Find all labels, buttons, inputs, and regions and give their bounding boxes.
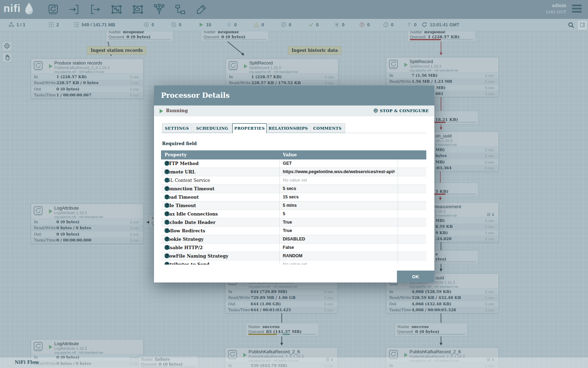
property-value[interactable]: No value set [283, 262, 307, 265]
connection-name: success [262, 324, 280, 329]
property-row[interactable]: Remote URL?https://www.pegelonline.wsv.d… [161, 168, 426, 176]
property-name: HTTP Method [164, 161, 198, 166]
help-icon[interactable]: ? [164, 237, 169, 241]
property-row[interactable]: HTTP Method?GET [161, 159, 426, 168]
operate-palette-button[interactable] [2, 53, 12, 62]
processor[interactable]: LogAttributeLogAttribute 1.16.3org.apach… [31, 204, 144, 244]
stat-window: 5 min [130, 232, 139, 237]
status-locally-modified-icon [334, 22, 340, 28]
help-icon[interactable]: ? [164, 169, 169, 174]
property-value[interactable]: https://www.pegelonline.wsv.de/webservic… [283, 169, 395, 174]
help-icon[interactable]: ? [164, 262, 169, 265]
logout-link[interactable]: LOG OUT [546, 10, 566, 14]
tab-properties[interactable]: PROPERTIES [232, 123, 267, 133]
sidebar-toggle-button[interactable] [578, 20, 587, 30]
tab-scheduling[interactable]: SCHEDULING [192, 123, 232, 133]
property-row[interactable]: Disable HTTP/2?False [161, 244, 426, 252]
property-row[interactable]: FlowFile Naming Strategy?RANDOM [161, 252, 426, 260]
property-value[interactable]: 5 mins [283, 203, 297, 208]
ok-button[interactable]: OK [397, 271, 434, 282]
tab-relationships[interactable]: RELATIONSHIPS [267, 123, 309, 133]
stat-label: Out [34, 87, 41, 91]
help-icon[interactable]: ? [164, 178, 169, 183]
tab-comments[interactable]: COMMENTS [310, 123, 345, 133]
refresh-icon[interactable] [421, 22, 427, 28]
processor[interactable]: Produce station recordsPublishKafkaRecor… [31, 59, 144, 98]
property-value[interactable]: GET [283, 161, 292, 166]
property-value[interactable]: False [283, 245, 294, 250]
property-value[interactable]: 5 secs [283, 186, 296, 191]
help-icon[interactable]: ? [164, 253, 169, 258]
help-icon[interactable]: ? [164, 203, 169, 208]
property-value[interactable]: 5 [283, 211, 285, 216]
help-icon[interactable]: ? [164, 245, 169, 250]
navigate-palette-button[interactable] [2, 41, 12, 51]
canvas-label-ingest-historic-data[interactable]: Ingest historic data [288, 46, 341, 55]
toolbar-processor-icon[interactable] [47, 4, 59, 15]
property-row[interactable]: Include Date Header?True [161, 218, 426, 227]
processor-stat-row: Out644 (1.06 GB)5 min [225, 301, 337, 307]
property-value[interactable]: 15 secs [283, 195, 299, 199]
connection-name-label: Name [248, 324, 260, 329]
property-row[interactable]: Follow Redirects?True [161, 227, 426, 235]
stat-label: Tasks/Time [389, 308, 411, 312]
connection-queued-label: Queued [248, 329, 264, 334]
processor-stat-row: Tasks/Time1 / 00:00:00.0675 min [31, 92, 143, 98]
stat-label: In [389, 289, 393, 294]
connection-queued-value: 1 (228.57 KB) [428, 34, 460, 39]
breadcrumb[interactable]: NiFi Flow [15, 360, 39, 365]
stat-label: Out [228, 302, 236, 306]
search-icon[interactable] [568, 22, 574, 30]
stat-value: 8.59 KB [435, 224, 453, 229]
processor-bundle: fi-standard-nar [435, 143, 457, 146]
property-value[interactable]: True [283, 228, 292, 233]
stat-label: Tasks/Time [228, 308, 250, 312]
toolbar-remote-process-group-icon[interactable] [132, 4, 144, 15]
help-icon[interactable]: ? [164, 228, 169, 233]
toolbar-label-icon[interactable] [195, 4, 207, 15]
processor-header: LogAttributeLogAttribute 1.16.3org.apach… [31, 204, 143, 219]
processor-header: SplitRecordSplitRecord 1.16.3org.apache.… [386, 57, 498, 72]
stat-window: 5 min [485, 154, 494, 158]
help-icon[interactable]: ? [164, 186, 169, 191]
status-stopped-icon [226, 22, 232, 28]
property-row[interactable]: Attributes to Send?No value set [161, 260, 426, 265]
property-value[interactable]: DISABLED [283, 237, 305, 241]
stat-value: 4,068 (432.48 KB) [412, 302, 451, 306]
running-indicator-icon [244, 64, 247, 68]
toolbar-input-port-icon[interactable] [68, 4, 80, 15]
property-value[interactable]: True [283, 220, 292, 225]
stat-value: 528.59 KB / 432.48 KB [412, 295, 461, 300]
stop-and-configure-button[interactable]: STOP & CONFIGURE [373, 108, 429, 113]
status-stopped-count: 0 [234, 22, 237, 27]
tab-settings[interactable]: SETTINGS [162, 123, 192, 133]
help-icon[interactable]: ? [164, 195, 169, 199]
processor-header: LogAttributeLogAttribute 1.16.3org.apach… [31, 340, 143, 354]
toolbar-template-icon[interactable] [174, 4, 186, 15]
processor-stat-row: Read/Write228.57 KB / 0 bytes5 min [31, 80, 143, 86]
canvas-label-ingest-station-records[interactable]: Ingest station records [87, 46, 146, 55]
toolbar-output-port-icon[interactable] [89, 4, 101, 15]
processor-stat-row: Tasks/Time644 / 00:01:03.4255 min [225, 307, 337, 313]
property-row[interactable]: Read Timeout?15 secs [161, 193, 426, 202]
processor-stat-row: Tasks/Time0 / 00:00:00.0005 min [31, 237, 143, 244]
help-icon[interactable]: ? [164, 220, 169, 225]
property-row[interactable]: Max Idle Connections?5 [161, 210, 426, 218]
property-value[interactable]: RANDOM [283, 253, 302, 258]
connection-label[interactable]: NamesuccessQueued85 (141.37 MB) [246, 323, 318, 336]
property-row[interactable]: Connection Timeout?5 secs [161, 185, 426, 193]
stat-window: 5 min [325, 75, 334, 79]
toolbar-funnel-icon[interactable] [153, 4, 165, 15]
help-icon[interactable]: ? [164, 161, 169, 166]
stat-window: 5 min [485, 166, 494, 170]
toolbar-process-group-icon[interactable] [111, 4, 122, 15]
property-row[interactable]: Idle Timeout?5 mins [161, 202, 426, 210]
stat-window: 5 min [485, 225, 494, 229]
global-menu-icon[interactable] [572, 5, 582, 14]
property-row[interactable]: SSL Context Service?No value set [161, 176, 426, 185]
property-value[interactable]: No value set [283, 178, 307, 183]
help-icon[interactable]: ? [164, 211, 169, 216]
property-row[interactable]: Cookie Strategy?DISABLED [161, 235, 426, 244]
processor-bundle: org.apache.nifi - nifi-standard-nar [54, 350, 103, 354]
connection-label[interactable]: NamesuccessQueued0 (0 bytes) [395, 323, 468, 336]
